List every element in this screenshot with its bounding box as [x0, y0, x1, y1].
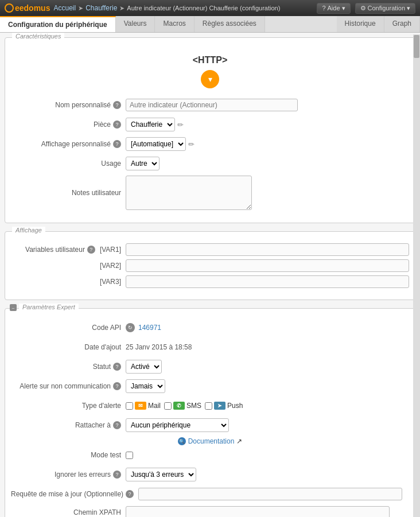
push-checkbox[interactable]: [205, 402, 212, 410]
sms-icon: ✆: [173, 402, 185, 410]
external-link-icon: ↗: [236, 437, 242, 445]
affichage-label: Affichage personnalisé ?: [11, 140, 126, 148]
piece-help-icon[interactable]: ?: [113, 120, 121, 129]
affichage-content: Variables utilisateur ? [VAR1] [VAR2] [V…: [5, 232, 415, 300]
type-alerte-group: ✉ Mail ✆ SMS ➤ Push: [126, 402, 243, 410]
xpath-input[interactable]: [126, 506, 390, 517]
scrollbar[interactable]: [413, 34, 420, 517]
mail-checkbox[interactable]: [126, 402, 133, 410]
requete-label: Requête de mise à jour (Optionnelle) ?: [11, 490, 138, 498]
mail-icon: ✉: [135, 402, 146, 410]
nom-label: Nom personnalisé ?: [11, 101, 126, 109]
http-header: <HTTP> ▾: [11, 49, 409, 98]
gear-icon: ⚙: [360, 5, 366, 12]
caracteristiques-section: Caractéristiques <HTTP> ▾ Nom personnali…: [5, 37, 415, 223]
scrollbar-thumb[interactable]: [414, 35, 419, 58]
code-api-value-wrap: ↻ 146971: [126, 323, 161, 332]
http-title: <HTTP>: [11, 55, 409, 65]
tab-macros[interactable]: Macros: [155, 16, 194, 32]
var3-input[interactable]: [126, 275, 409, 288]
type-alerte-label: Type d'alerte: [11, 402, 126, 410]
tab-graph[interactable]: Graph: [384, 16, 420, 32]
usage-label: Usage: [11, 160, 126, 168]
documentation-link[interactable]: Documentation: [188, 437, 235, 445]
date-ajout-value: 25 Janv 2015 à 18:58: [126, 343, 192, 351]
nom-help-icon[interactable]: ?: [113, 101, 121, 109]
affichage-section: Affichage Variables utilisateur ? [VAR1]…: [5, 231, 415, 300]
ignorer-select[interactable]: Jusqu'à 3 erreurs: [126, 468, 196, 481]
chevron-down-icon-yellow: ▾: [208, 75, 212, 84]
piece-row: Pièce ? Chaufferie ✏: [11, 117, 409, 132]
caracteristiques-content: <HTTP> ▾ Nom personnalisé ? Pièce: [5, 38, 415, 223]
requete-help-icon[interactable]: ?: [126, 490, 134, 498]
ignorer-row: Ignorer les erreurs ? Jusqu'à 3 erreurs: [11, 467, 409, 482]
requete-input[interactable]: [138, 488, 402, 500]
statut-help-icon[interactable]: ?: [113, 363, 121, 371]
rattacher-select[interactable]: Aucun périphérique: [126, 418, 229, 432]
piece-edit-icon[interactable]: ✏: [177, 120, 184, 129]
var1-row: Variables utilisateur ? [VAR1]: [11, 243, 409, 256]
affichage-section-title: Affichage: [12, 227, 45, 234]
mail-label: Mail: [148, 402, 161, 410]
usage-row: Usage Autre: [11, 156, 409, 171]
var1-input[interactable]: [126, 243, 409, 256]
xpath-inner-row: Chemin XPATH: [11, 506, 409, 517]
breadcrumb-item-1[interactable]: Accueil: [53, 4, 76, 12]
nav-right: ? Aide ▾ ⚙ Configuration ▾: [317, 3, 415, 14]
tab-regles[interactable]: Règles associées: [195, 16, 265, 32]
notes-label: Notes utilisateur: [11, 189, 126, 197]
nom-input[interactable]: [126, 99, 298, 111]
top-nav: eedomus Accueil ➤ Chaufferie ➤ Autre ind…: [0, 0, 420, 16]
var-help-icon[interactable]: ?: [87, 246, 95, 254]
variables-utilisateur-label: Variables utilisateur: [25, 246, 85, 254]
var2-label-wrap: [VAR2]: [11, 262, 126, 270]
xpath-label: Chemin XPATH: [11, 508, 126, 516]
affichage-edit-icon[interactable]: ✏: [188, 140, 195, 149]
breadcrumb-item-2[interactable]: Chaufferie: [85, 4, 117, 12]
logo-text: eedomus: [15, 3, 50, 13]
push-icon: ➤: [214, 402, 225, 410]
piece-select[interactable]: Chaufferie: [126, 118, 175, 131]
mode-test-checkbox[interactable]: [126, 452, 133, 459]
var2-input[interactable]: [126, 259, 409, 272]
rattacher-label: Rattacher à ?: [11, 421, 126, 429]
alerte-label: Alerte sur non communication ?: [11, 382, 126, 390]
ignorer-help-icon[interactable]: ?: [113, 471, 121, 479]
configuration-button[interactable]: ⚙ Configuration ▾: [355, 3, 415, 14]
nom-input-wrap: [126, 99, 298, 111]
tab-valeurs[interactable]: Valeurs: [116, 16, 155, 32]
copy-icon[interactable]: ↻: [126, 323, 135, 332]
var3-tag: [VAR3]: [100, 278, 121, 286]
notes-row: Notes utilisateur: [11, 176, 409, 210]
rattacher-help-icon[interactable]: ?: [113, 421, 121, 429]
logo-circle: [5, 3, 14, 13]
mode-test-label: Mode test: [11, 451, 126, 459]
mode-test-row: Mode test: [11, 448, 409, 462]
date-ajout-label: Date d'ajout: [11, 343, 126, 351]
var3-row: [VAR3]: [11, 275, 409, 288]
notes-textarea[interactable]: [126, 176, 252, 210]
chevron-down-icon: ▾: [342, 5, 345, 12]
logo: eedomus: [5, 3, 50, 13]
tab-configuration[interactable]: Configuration du périphérique: [0, 16, 116, 32]
alerte-help-icon[interactable]: ?: [113, 382, 121, 390]
expert-title: Paramètres Expert: [19, 304, 79, 310]
expert-section: – Paramètres Expert Code API ↻ 146971 Da…: [5, 308, 415, 517]
tab-right-group: Historique Graph: [337, 16, 420, 32]
requete-row: Requête de mise à jour (Optionnelle) ?: [11, 487, 409, 502]
affichage-help-icon[interactable]: ?: [113, 140, 121, 148]
yellow-chevron-circle[interactable]: ▾: [201, 70, 219, 88]
doc-row: 🔍 Documentation ↗: [11, 437, 409, 445]
usage-select[interactable]: Autre: [126, 157, 160, 170]
expert-toggle[interactable]: –: [10, 304, 17, 311]
alerte-select[interactable]: Jamais: [126, 379, 165, 393]
tab-historique[interactable]: Historique: [337, 16, 384, 32]
nom-personnalise-row: Nom personnalisé ?: [11, 98, 409, 112]
ignorer-label: Ignorer les erreurs ?: [11, 471, 126, 479]
piece-select-wrap: Chaufferie ✏: [126, 118, 184, 131]
affichage-select[interactable]: [Automatique]: [126, 137, 186, 151]
statut-select[interactable]: Activé: [126, 360, 162, 374]
xpath-row: Chemin XPATH Documentation Tester: [11, 506, 409, 517]
sms-checkbox[interactable]: [164, 402, 172, 410]
aide-button[interactable]: ? Aide ▾: [317, 3, 350, 14]
